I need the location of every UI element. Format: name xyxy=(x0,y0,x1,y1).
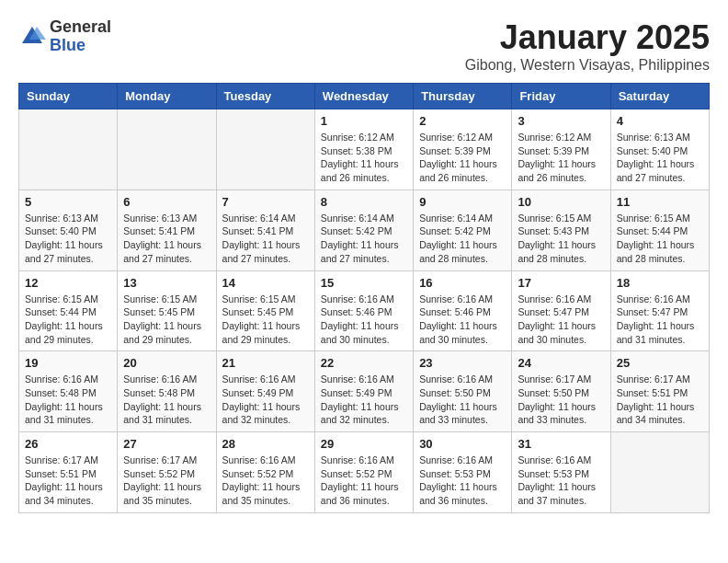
day-number: 28 xyxy=(222,437,309,451)
day-number: 27 xyxy=(123,437,210,451)
table-row: 26 Sunrise: 6:17 AMSunset: 5:51 PMDaylig… xyxy=(19,432,118,513)
day-detail: Sunrise: 6:12 AMSunset: 5:39 PMDaylight:… xyxy=(419,131,506,185)
table-row xyxy=(216,109,314,190)
table-row xyxy=(118,109,216,190)
table-row: 23 Sunrise: 6:16 AMSunset: 5:50 PMDaylig… xyxy=(414,351,512,432)
day-detail: Sunrise: 6:12 AMSunset: 5:39 PMDaylight:… xyxy=(518,131,604,185)
day-number: 5 xyxy=(25,195,111,209)
table-row: 27 Sunrise: 6:17 AMSunset: 5:52 PMDaylig… xyxy=(118,432,216,513)
day-number: 12 xyxy=(25,276,111,290)
day-number: 14 xyxy=(222,276,309,290)
table-row: 22 Sunrise: 6:16 AMSunset: 5:49 PMDaylig… xyxy=(314,351,413,432)
page-header: General Blue January 2025 Gibong, Wester… xyxy=(18,18,710,74)
day-detail: Sunrise: 6:16 AMSunset: 5:49 PMDaylight:… xyxy=(321,373,407,427)
table-row: 3 Sunrise: 6:12 AMSunset: 5:39 PMDayligh… xyxy=(512,109,610,190)
table-row: 8 Sunrise: 6:14 AMSunset: 5:42 PMDayligh… xyxy=(314,190,413,270)
logo-text: General Blue xyxy=(50,18,111,55)
header-thursday: Thursday xyxy=(414,84,512,109)
day-number: 9 xyxy=(419,195,506,209)
table-row: 29 Sunrise: 6:16 AMSunset: 5:52 PMDaylig… xyxy=(314,432,413,513)
day-detail: Sunrise: 6:16 AMSunset: 5:52 PMDaylight:… xyxy=(321,454,407,508)
table-row: 15 Sunrise: 6:16 AMSunset: 5:46 PMDaylig… xyxy=(314,270,413,351)
header-saturday: Saturday xyxy=(610,84,709,109)
day-number: 30 xyxy=(419,437,506,451)
day-detail: Sunrise: 6:16 AMSunset: 5:50 PMDaylight:… xyxy=(419,373,506,427)
day-number: 18 xyxy=(617,276,703,290)
table-row: 13 Sunrise: 6:15 AMSunset: 5:45 PMDaylig… xyxy=(118,270,216,351)
logo-icon xyxy=(18,23,46,51)
table-row: 30 Sunrise: 6:16 AMSunset: 5:53 PMDaylig… xyxy=(414,432,512,513)
day-detail: Sunrise: 6:12 AMSunset: 5:38 PMDaylight:… xyxy=(321,131,407,185)
day-detail: Sunrise: 6:16 AMSunset: 5:46 PMDaylight:… xyxy=(419,293,506,347)
day-number: 19 xyxy=(25,356,111,370)
day-detail: Sunrise: 6:16 AMSunset: 5:53 PMDaylight:… xyxy=(518,454,604,508)
calendar-table: Sunday Monday Tuesday Wednesday Thursday… xyxy=(18,83,710,513)
day-number: 4 xyxy=(617,114,703,128)
day-detail: Sunrise: 6:14 AMSunset: 5:42 PMDaylight:… xyxy=(419,212,506,266)
table-row: 25 Sunrise: 6:17 AMSunset: 5:51 PMDaylig… xyxy=(610,351,709,432)
day-detail: Sunrise: 6:13 AMSunset: 5:40 PMDaylight:… xyxy=(25,212,111,266)
day-detail: Sunrise: 6:15 AMSunset: 5:44 PMDaylight:… xyxy=(617,212,703,266)
table-row: 19 Sunrise: 6:16 AMSunset: 5:48 PMDaylig… xyxy=(19,351,118,432)
header-tuesday: Tuesday xyxy=(216,84,314,109)
day-detail: Sunrise: 6:17 AMSunset: 5:51 PMDaylight:… xyxy=(25,454,111,508)
table-row: 4 Sunrise: 6:13 AMSunset: 5:40 PMDayligh… xyxy=(610,109,709,190)
day-detail: Sunrise: 6:13 AMSunset: 5:41 PMDaylight:… xyxy=(123,212,210,266)
day-detail: Sunrise: 6:17 AMSunset: 5:50 PMDaylight:… xyxy=(518,373,604,427)
day-number: 23 xyxy=(419,356,506,370)
table-row: 28 Sunrise: 6:16 AMSunset: 5:52 PMDaylig… xyxy=(216,432,314,513)
header-friday: Friday xyxy=(512,84,610,109)
logo-general-text: General xyxy=(50,18,111,37)
day-number: 29 xyxy=(321,437,407,451)
day-number: 31 xyxy=(518,437,604,451)
day-detail: Sunrise: 6:16 AMSunset: 5:52 PMDaylight:… xyxy=(222,454,309,508)
day-number: 22 xyxy=(321,356,407,370)
table-row: 9 Sunrise: 6:14 AMSunset: 5:42 PMDayligh… xyxy=(414,190,512,270)
day-number: 24 xyxy=(518,356,604,370)
calendar-week-row: 26 Sunrise: 6:17 AMSunset: 5:51 PMDaylig… xyxy=(19,432,710,513)
day-number: 8 xyxy=(321,195,407,209)
day-detail: Sunrise: 6:16 AMSunset: 5:53 PMDaylight:… xyxy=(419,454,506,508)
day-number: 1 xyxy=(321,114,407,128)
day-detail: Sunrise: 6:16 AMSunset: 5:46 PMDaylight:… xyxy=(321,293,407,347)
header-sunday: Sunday xyxy=(19,84,118,109)
day-detail: Sunrise: 6:16 AMSunset: 5:49 PMDaylight:… xyxy=(222,373,309,427)
day-number: 15 xyxy=(321,276,407,290)
day-detail: Sunrise: 6:15 AMSunset: 5:44 PMDaylight:… xyxy=(25,293,111,347)
table-row: 20 Sunrise: 6:16 AMSunset: 5:48 PMDaylig… xyxy=(118,351,216,432)
day-number: 10 xyxy=(518,195,604,209)
table-row: 6 Sunrise: 6:13 AMSunset: 5:41 PMDayligh… xyxy=(118,190,216,270)
day-number: 21 xyxy=(222,356,309,370)
table-row: 31 Sunrise: 6:16 AMSunset: 5:53 PMDaylig… xyxy=(512,432,610,513)
calendar-week-row: 1 Sunrise: 6:12 AMSunset: 5:38 PMDayligh… xyxy=(19,109,710,190)
day-number: 3 xyxy=(518,114,604,128)
location-title: Gibong, Western Visayas, Philippines xyxy=(465,57,710,74)
table-row: 21 Sunrise: 6:16 AMSunset: 5:49 PMDaylig… xyxy=(216,351,314,432)
table-row xyxy=(19,109,118,190)
day-number: 26 xyxy=(25,437,111,451)
table-row: 17 Sunrise: 6:16 AMSunset: 5:47 PMDaylig… xyxy=(512,270,610,351)
day-number: 20 xyxy=(123,356,210,370)
logo-blue-text: Blue xyxy=(50,37,111,55)
logo: General Blue xyxy=(18,18,111,55)
day-number: 13 xyxy=(123,276,210,290)
day-detail: Sunrise: 6:14 AMSunset: 5:41 PMDaylight:… xyxy=(222,212,309,266)
table-row: 5 Sunrise: 6:13 AMSunset: 5:40 PMDayligh… xyxy=(19,190,118,270)
day-detail: Sunrise: 6:15 AMSunset: 5:43 PMDaylight:… xyxy=(518,212,604,266)
table-row: 11 Sunrise: 6:15 AMSunset: 5:44 PMDaylig… xyxy=(610,190,709,270)
day-detail: Sunrise: 6:16 AMSunset: 5:47 PMDaylight:… xyxy=(617,293,703,347)
day-number: 2 xyxy=(419,114,506,128)
calendar-week-row: 5 Sunrise: 6:13 AMSunset: 5:40 PMDayligh… xyxy=(19,190,710,270)
day-detail: Sunrise: 6:13 AMSunset: 5:40 PMDaylight:… xyxy=(617,131,703,185)
day-number: 11 xyxy=(617,195,703,209)
day-number: 25 xyxy=(617,356,703,370)
header-wednesday: Wednesday xyxy=(314,84,413,109)
calendar-week-row: 19 Sunrise: 6:16 AMSunset: 5:48 PMDaylig… xyxy=(19,351,710,432)
day-detail: Sunrise: 6:16 AMSunset: 5:47 PMDaylight:… xyxy=(518,293,604,347)
day-number: 7 xyxy=(222,195,309,209)
day-detail: Sunrise: 6:15 AMSunset: 5:45 PMDaylight:… xyxy=(123,293,210,347)
title-area: January 2025 Gibong, Western Visayas, Ph… xyxy=(465,18,710,74)
day-detail: Sunrise: 6:16 AMSunset: 5:48 PMDaylight:… xyxy=(123,373,210,427)
weekday-header-row: Sunday Monday Tuesday Wednesday Thursday… xyxy=(19,84,710,109)
table-row: 10 Sunrise: 6:15 AMSunset: 5:43 PMDaylig… xyxy=(512,190,610,270)
